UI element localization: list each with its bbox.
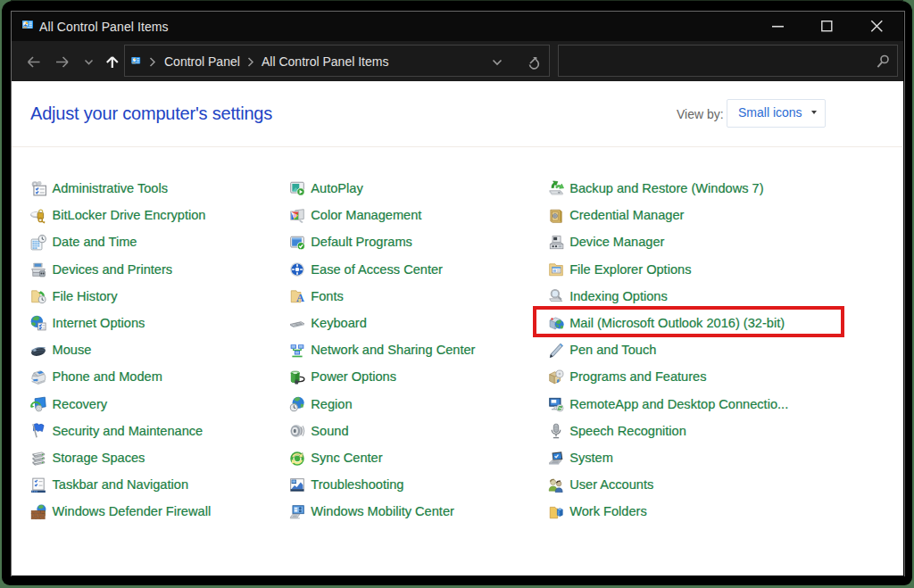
svg-text:A: A bbox=[296, 292, 304, 304]
